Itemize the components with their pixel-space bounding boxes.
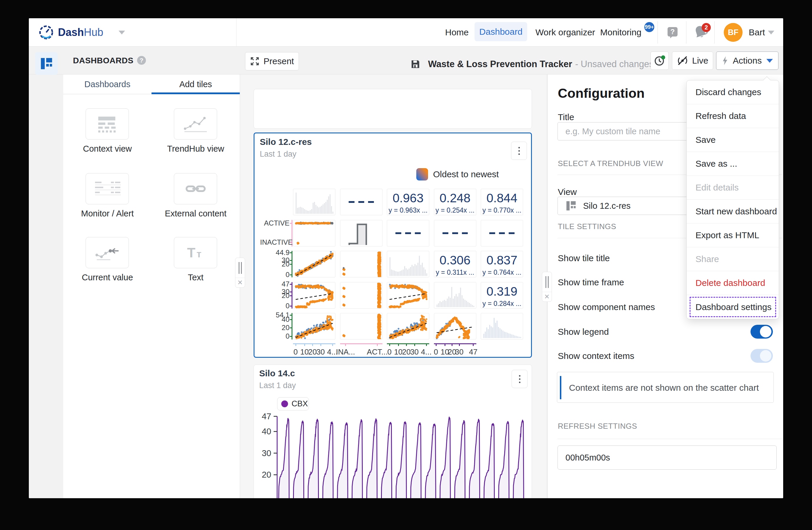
menu-item-delete-dashboard[interactable]: Delete dashboard bbox=[687, 271, 779, 295]
live-button[interactable]: Live bbox=[672, 52, 713, 70]
section-select-view: SELECT A TRENDHUB VIEW bbox=[558, 159, 663, 168]
gradient-swatch bbox=[416, 168, 428, 181]
toggle-label: Show tile title bbox=[558, 253, 610, 263]
splom-cell-corr: 0.248y = 0.254x ... bbox=[434, 189, 476, 215]
splom-cell-hook bbox=[387, 282, 429, 309]
tile-menu-button[interactable] bbox=[511, 142, 527, 160]
brand-logo[interactable]: DashHub bbox=[39, 25, 103, 40]
tile-type-label: Monitor / Alert bbox=[63, 209, 151, 219]
tile-type-card-monitor-alert[interactable] bbox=[86, 173, 129, 204]
drag-grip-icon[interactable] bbox=[235, 258, 245, 278]
dashboard-canvas: Silo 12.c-res Last 1 day Oldest to newes… bbox=[240, 74, 547, 498]
refresh-interval-input[interactable]: 00h05m00s bbox=[557, 446, 777, 470]
menu-item-share[interactable]: Share bbox=[687, 247, 779, 271]
lightning-icon bbox=[722, 56, 728, 66]
user-name[interactable]: Bart bbox=[749, 18, 765, 46]
user-caret-icon[interactable] bbox=[768, 31, 774, 34]
tile-type-card-context-view[interactable] bbox=[86, 108, 129, 140]
active-tab-underline bbox=[151, 93, 240, 94]
nav-item-home[interactable]: Home bbox=[445, 18, 469, 46]
menu-item-refresh-data[interactable]: Refresh data bbox=[687, 104, 779, 128]
tile-type-card-trendhub-view[interactable] bbox=[174, 108, 217, 140]
tab-add-tiles[interactable]: Add tiles bbox=[151, 74, 240, 94]
left-rail bbox=[29, 74, 63, 498]
collapse-icon[interactable]: ✕ bbox=[542, 292, 552, 302]
tile-type-card-external-content[interactable] bbox=[174, 173, 217, 204]
live-off-icon bbox=[677, 55, 688, 66]
help-icon[interactable]: ? bbox=[667, 27, 678, 39]
text-icon: Tт bbox=[185, 245, 206, 260]
app-window: DashHub HomeDashboardWork organizerMonit… bbox=[29, 18, 783, 498]
navbar: DashHub HomeDashboardWork organizerMonit… bbox=[29, 18, 783, 46]
splom-y-label: 0 bbox=[260, 332, 290, 340]
splom-x-axis bbox=[293, 343, 335, 344]
toggle-show-context-items[interactable] bbox=[751, 349, 773, 363]
tile-type-card-current-value[interactable] bbox=[86, 237, 129, 268]
toggle-label: Show component names bbox=[558, 302, 655, 312]
splom-y-label: 0 bbox=[260, 270, 290, 279]
tab-dashboards[interactable]: Dashboards bbox=[63, 74, 151, 94]
present-button[interactable]: Present bbox=[245, 52, 299, 70]
sidebar-resize-handle[interactable]: ✕ bbox=[235, 257, 245, 288]
tile-type-label: Current value bbox=[63, 273, 151, 282]
empty-tile[interactable] bbox=[253, 89, 532, 129]
splom-cell-cat bbox=[340, 251, 382, 277]
save-icon[interactable] bbox=[410, 59, 420, 69]
config-heading: Configuration bbox=[558, 86, 644, 101]
scatter-legend: Oldest to newest bbox=[416, 168, 499, 181]
nav-separator bbox=[714, 21, 715, 44]
document-status: - Unsaved changes bbox=[575, 59, 654, 69]
splom-y-label: 44.9 bbox=[260, 249, 290, 257]
nav-item-work-organizer[interactable]: Work organizer bbox=[535, 18, 595, 46]
avatar[interactable]: BF bbox=[724, 23, 742, 42]
tile-type-card-text[interactable]: Tт bbox=[174, 237, 217, 268]
series-legend[interactable]: CBX bbox=[277, 397, 309, 410]
sidebar-tabs: Dashboards Add tiles bbox=[63, 74, 240, 94]
dashboard-grid-icon bbox=[40, 57, 53, 70]
tile-menu-button[interactable] bbox=[512, 370, 527, 388]
section-refresh: REFRESH SETTINGS bbox=[558, 422, 637, 431]
panel-help-icon[interactable]: ? bbox=[137, 56, 146, 65]
actions-button[interactable]: Actions bbox=[716, 52, 779, 70]
menu-item-save[interactable]: Save bbox=[687, 128, 779, 152]
tile-timeframe: Last 1 day bbox=[259, 381, 296, 390]
splom-cell-dash bbox=[387, 220, 429, 247]
splom-cell-diag bbox=[293, 251, 335, 277]
tile-silo-12[interactable]: Silo 12.c-res Last 1 day Oldest to newes… bbox=[253, 132, 532, 358]
nav-item-monitoring[interactable]: Monitoring bbox=[600, 18, 641, 46]
drag-grip-icon[interactable] bbox=[542, 272, 552, 292]
tile-type-label: Context view bbox=[63, 144, 151, 154]
splom-y-label: 40 bbox=[260, 315, 290, 324]
brand-caret-icon[interactable] bbox=[119, 31, 125, 34]
content: Dashboards Add tiles Context viewTrendHu… bbox=[29, 74, 783, 498]
splom-y-label: 20 bbox=[260, 260, 290, 268]
menu-item-start-new-dashboard[interactable]: Start new dashboard bbox=[687, 200, 779, 223]
context-note: Context items are not shown on the scatt… bbox=[557, 372, 774, 403]
schedule-button[interactable] bbox=[651, 52, 669, 70]
splom-cell-hook bbox=[293, 282, 335, 309]
panel-resize-handle[interactable]: ✕ bbox=[542, 272, 552, 302]
series-color-dot bbox=[281, 401, 288, 407]
menu-item-edit-details[interactable]: Edit details bbox=[687, 176, 779, 200]
sidebar: Dashboards Add tiles Context viewTrendHu… bbox=[63, 74, 240, 498]
tile-type-label: Text bbox=[151, 273, 240, 282]
live-label: Live bbox=[692, 56, 708, 66]
dashboards-rail-button[interactable] bbox=[35, 52, 58, 75]
menu-item-discard-changes[interactable]: Discard changes bbox=[687, 80, 779, 104]
splom-cell-corr: 0.963y = 0.963x ... bbox=[387, 189, 429, 215]
collapse-icon[interactable]: ✕ bbox=[235, 278, 245, 288]
nav-item-dashboard[interactable]: Dashboard bbox=[475, 22, 527, 41]
current-value-icon bbox=[94, 245, 121, 261]
menu-item-save-as-[interactable]: Save as ... bbox=[687, 152, 779, 176]
notification-badge: 2 bbox=[702, 23, 711, 32]
line-chart: 47403020 bbox=[254, 412, 531, 498]
trendhub-view-icon bbox=[182, 115, 209, 133]
toggle-show-legend[interactable] bbox=[751, 325, 773, 339]
actions-menu: Discard changesRefresh dataSaveSave as .… bbox=[686, 80, 779, 319]
view-grid-icon bbox=[565, 200, 577, 211]
tile-silo-14[interactable]: Silo 14.c Last 1 day CBX 47403020 bbox=[253, 364, 532, 498]
menu-item-dashboard-settings[interactable]: Dashboard settings bbox=[687, 295, 779, 319]
legend-label: Oldest to newest bbox=[433, 169, 499, 179]
menu-item-export-as-html[interactable]: Export as HTML bbox=[687, 223, 779, 247]
svg-text:?: ? bbox=[670, 28, 675, 36]
